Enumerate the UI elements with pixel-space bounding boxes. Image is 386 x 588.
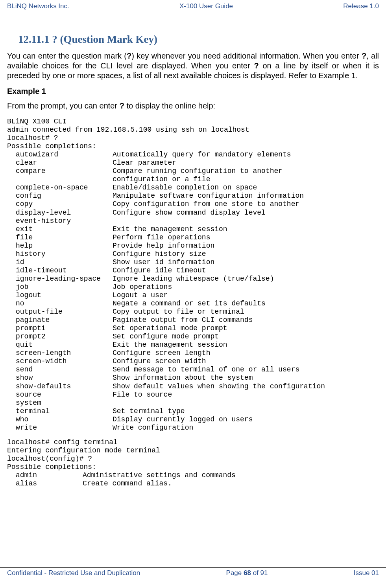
cli-command: history bbox=[7, 250, 113, 258]
cli-block-2: localhost# config terminalEntering confi… bbox=[7, 438, 379, 488]
intro-text: ) key whenever you need additional infor… bbox=[131, 51, 362, 60]
cli-command: ignore-leading-space bbox=[7, 275, 113, 283]
cli-line: localhost(config)# ? bbox=[7, 455, 379, 463]
cli-description: Administrative settings and commands bbox=[83, 471, 236, 480]
cli-description: Set operational mode prompt bbox=[113, 324, 227, 333]
cli-description: Copy output to file or terminal bbox=[113, 308, 244, 316]
footer-issue: Issue 01 bbox=[354, 569, 379, 577]
cli-command: complete-on-space bbox=[7, 184, 113, 192]
cli-description: Configure show command display level bbox=[113, 209, 266, 217]
page-content: 12.11.1 ? (Question Mark Key) You can en… bbox=[0, 12, 386, 488]
cli-completion-row: event-history bbox=[7, 217, 379, 225]
cli-line: Possible completions: bbox=[7, 463, 379, 471]
cli-completion-row: noNegate a command or set its defaults bbox=[7, 300, 379, 308]
example-label: Example 1 bbox=[7, 87, 379, 96]
prompt-q: ? bbox=[120, 101, 124, 110]
cli-description: Job operations bbox=[113, 283, 172, 291]
intro-text: You can enter the question mark ( bbox=[7, 51, 127, 60]
cli-completion-row: copyCopy configuration from one store to… bbox=[7, 200, 379, 208]
cli-command: autowizard bbox=[7, 151, 113, 159]
cli-description: Show default values when showing the con… bbox=[113, 382, 325, 391]
footer-page-total: 91 bbox=[260, 569, 268, 577]
cli-completion-row: complete-on-spaceEnable/disable completi… bbox=[7, 184, 379, 192]
cli-command: show-defaults bbox=[7, 382, 113, 391]
cli-completion-row: sendSend message to terminal of one or a… bbox=[7, 366, 379, 374]
cli-description: Negate a command or set its defaults bbox=[113, 300, 266, 308]
cli-completion-row: exitExit the management session bbox=[7, 225, 379, 233]
cli-description: configuration or a file bbox=[113, 175, 210, 184]
cli-completion-row: sourceFile to source bbox=[7, 391, 379, 399]
cli-description: Configure screen length bbox=[113, 349, 210, 357]
cli-description: Perform file operations bbox=[113, 233, 210, 242]
cli-command: source bbox=[7, 391, 113, 399]
cli-command: clear bbox=[7, 159, 113, 167]
cli-description: Set terminal type bbox=[113, 407, 185, 415]
cli-command: compare bbox=[7, 167, 113, 175]
cli-completion-row: autowizardAutomatically query for mandat… bbox=[7, 151, 379, 159]
section-number: 12.11.1 bbox=[18, 33, 50, 45]
cli-command: id bbox=[7, 258, 113, 266]
cli-completion-row: jobJob operations bbox=[7, 283, 379, 291]
cli-description: Exit the management session bbox=[113, 225, 227, 233]
cli-command: admin bbox=[7, 471, 83, 480]
cli-description: Enable/disable completion on space bbox=[113, 184, 257, 192]
cli-command: terminal bbox=[7, 407, 113, 415]
cli-description: Provide help information bbox=[113, 242, 214, 250]
cli-completion-row: idle-timeoutConfigure idle timeout bbox=[7, 266, 379, 275]
cli-completion-row: terminalSet terminal type bbox=[7, 407, 379, 415]
cli-completion-row: system bbox=[7, 399, 379, 407]
cli-block-1: BLiNQ X100 CLIadmin connected from 192.1… bbox=[7, 118, 379, 432]
cli-completion-row: quitExit the management session bbox=[7, 341, 379, 349]
cli-line: Possible completions: bbox=[7, 142, 379, 151]
cli-completion-row: historyConfigure history size bbox=[7, 250, 379, 258]
cli-description: Send message to terminal of one or all u… bbox=[113, 366, 299, 374]
page-footer: Confidential - Restricted Use and Duplic… bbox=[0, 567, 386, 588]
intro-q1: ? bbox=[127, 51, 131, 60]
cli-description: Manipulate software configuration inform… bbox=[113, 192, 304, 200]
cli-completion-row: whoDisplay currently logged on users bbox=[7, 415, 379, 424]
cli-completion-row: configManipulate software configuration … bbox=[7, 192, 379, 200]
cli-completion-row: show-defaultsShow default values when sh… bbox=[7, 382, 379, 391]
intro-paragraph: You can enter the question mark (?) key … bbox=[7, 51, 379, 81]
cli-completion-row: paginatePaginate output from CLI command… bbox=[7, 316, 379, 324]
cli-completion-row: showShow information about the system bbox=[7, 374, 379, 382]
cli-command: who bbox=[7, 415, 113, 424]
cli-command: prompt2 bbox=[7, 333, 113, 341]
page: BLiNQ Networks Inc. X-100 User Guide Rel… bbox=[0, 0, 386, 588]
cli-line: localhost# ? bbox=[7, 134, 379, 142]
cli-description: Write configuration bbox=[113, 424, 193, 432]
cli-command: display-level bbox=[7, 209, 113, 217]
header-company: BLiNQ Networks Inc. bbox=[7, 2, 69, 10]
cli-command: paginate bbox=[7, 316, 113, 324]
cli-description: Copy configuration from one store to ano… bbox=[113, 200, 299, 208]
cli-line: localhost# config terminal bbox=[7, 438, 379, 447]
cli-command: alias bbox=[7, 480, 83, 488]
cli-description: Paginate output from CLI commands bbox=[113, 316, 253, 324]
page-header: BLiNQ Networks Inc. X-100 User Guide Rel… bbox=[0, 0, 386, 12]
header-release: Release 1.0 bbox=[343, 2, 379, 10]
cli-description: Exit the management session bbox=[113, 341, 227, 349]
cli-command: copy bbox=[7, 200, 113, 208]
cli-completion-row: filePerform file operations bbox=[7, 233, 379, 242]
cli-command: prompt1 bbox=[7, 324, 113, 333]
section-title: ? (Question Mark Key) bbox=[52, 33, 157, 45]
cli-description: Show user id information bbox=[113, 258, 214, 266]
cli-command: screen-length bbox=[7, 349, 113, 357]
cli-description: Display currently logged on users bbox=[113, 415, 253, 424]
footer-page: Page 68 of 91 bbox=[226, 569, 268, 577]
cli-description: Configure idle timeout bbox=[113, 266, 206, 275]
cli-completion-row: prompt1Set operational mode prompt bbox=[7, 324, 379, 333]
cli-description: Configure screen width bbox=[113, 357, 206, 366]
cli-completion-row: configuration or a file bbox=[7, 175, 379, 184]
cli-command: exit bbox=[7, 225, 113, 233]
cli-completion-row: aliasCreate command alias. bbox=[7, 480, 379, 488]
cli-line: admin connected from 192.168.5.100 using… bbox=[7, 126, 379, 134]
cli-completion-row: output-fileCopy output to file or termin… bbox=[7, 308, 379, 316]
footer-confidential: Confidential - Restricted Use and Duplic… bbox=[7, 569, 140, 577]
cli-completion-row: writeWrite configuration bbox=[7, 424, 379, 432]
cli-description: Configure history size bbox=[113, 250, 206, 258]
prompt-text: From the prompt, you can enter bbox=[7, 101, 120, 110]
cli-command: job bbox=[7, 283, 113, 291]
cli-completion-row: idShow user id information bbox=[7, 258, 379, 266]
cli-command: system bbox=[7, 399, 113, 407]
